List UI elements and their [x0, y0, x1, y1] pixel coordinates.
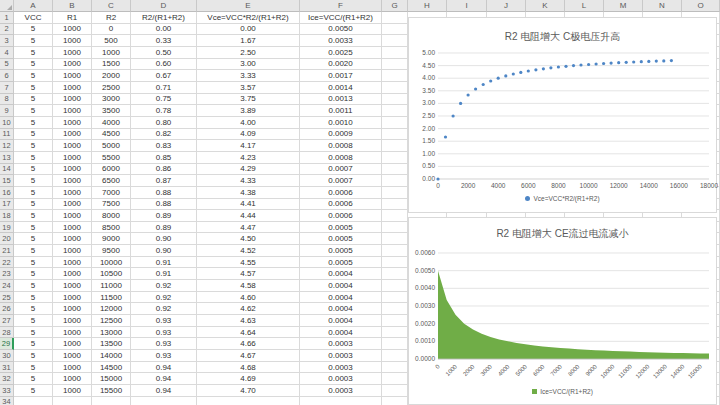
- cell-B28[interactable]: 1000: [53, 327, 92, 339]
- cell-B14[interactable]: 1000: [53, 164, 92, 176]
- cell-B16[interactable]: 1000: [53, 187, 92, 199]
- cell-C6[interactable]: 2000: [92, 70, 131, 82]
- cell-G9[interactable]: [382, 105, 408, 117]
- cell-C16[interactable]: 7000: [92, 187, 131, 199]
- cell-E28[interactable]: 4.64: [197, 327, 300, 339]
- cell-D21[interactable]: 0.90: [131, 245, 197, 257]
- cell-E20[interactable]: 4.50: [197, 233, 300, 245]
- area-series[interactable]: [438, 271, 709, 359]
- row-header-20[interactable]: 20: [0, 233, 14, 245]
- cell-D29[interactable]: 0.93: [131, 338, 197, 350]
- scatter-point[interactable]: [497, 77, 500, 80]
- row-header-31[interactable]: 31: [0, 362, 14, 374]
- cell-A6[interactable]: 5: [14, 70, 53, 82]
- cell-E11[interactable]: 4.09: [197, 129, 300, 141]
- cell-A23[interactable]: 5: [14, 268, 53, 280]
- cell-F19[interactable]: 0.0005: [300, 222, 382, 234]
- cell-A12[interactable]: 5: [14, 140, 53, 152]
- cell-F17[interactable]: 0.0006: [300, 199, 382, 211]
- row-header-26[interactable]: 26: [0, 303, 14, 315]
- cell-B3[interactable]: 1000: [53, 35, 92, 47]
- cell-F7[interactable]: 0.0014: [300, 82, 382, 94]
- row-header-28[interactable]: 28: [0, 327, 14, 339]
- row-header-13[interactable]: 13: [0, 152, 14, 164]
- cell-G27[interactable]: [382, 315, 408, 327]
- scatter-point[interactable]: [610, 62, 613, 65]
- scatter-point[interactable]: [632, 60, 635, 63]
- cell-B31[interactable]: 1000: [53, 362, 92, 374]
- cell-A19[interactable]: 5: [14, 222, 53, 234]
- cell-E9[interactable]: 3.89: [197, 105, 300, 117]
- column-header-E[interactable]: E: [197, 0, 300, 12]
- cell-B10[interactable]: 1000: [53, 117, 92, 129]
- cell-G11[interactable]: [382, 129, 408, 141]
- cell-B23[interactable]: 1000: [53, 268, 92, 280]
- cell-B25[interactable]: 1000: [53, 292, 92, 304]
- cell-F6[interactable]: 0.0017: [300, 70, 382, 82]
- cell-E18[interactable]: 4.44: [197, 210, 300, 222]
- cell-D10[interactable]: 0.80: [131, 117, 197, 129]
- cell-A10[interactable]: 5: [14, 117, 53, 129]
- cell-B21[interactable]: 1000: [53, 245, 92, 257]
- cell-F20[interactable]: 0.0005: [300, 233, 382, 245]
- cell-F25[interactable]: 0.0004: [300, 292, 382, 304]
- ice-area-chart[interactable]: R2 电阻增大 CE流过电流减小 0.00600.00500.00400.003…: [408, 217, 717, 405]
- scatter-point[interactable]: [474, 87, 477, 90]
- cell-A25[interactable]: 5: [14, 292, 53, 304]
- cell-C25[interactable]: 11500: [92, 292, 131, 304]
- cell-C3[interactable]: 500: [92, 35, 131, 47]
- cell-A32[interactable]: 5: [14, 373, 53, 385]
- cell-G19[interactable]: [382, 222, 408, 234]
- column-header-H[interactable]: H: [408, 0, 447, 12]
- cell-B9[interactable]: 1000: [53, 105, 92, 117]
- cell-C27[interactable]: 12500: [92, 315, 131, 327]
- scatter-point[interactable]: [436, 177, 439, 180]
- cell-C14[interactable]: 6000: [92, 164, 131, 176]
- cell-D1[interactable]: R2/(R1+R2): [131, 12, 197, 24]
- cell-F28[interactable]: 0.0004: [300, 327, 382, 339]
- cell-D5[interactable]: 0.60: [131, 59, 197, 71]
- cell-D14[interactable]: 0.86: [131, 164, 197, 176]
- cell-B15[interactable]: 1000: [53, 175, 92, 187]
- scatter-point[interactable]: [572, 64, 575, 67]
- cell-E33[interactable]: 4.70: [197, 385, 300, 397]
- cell-C2[interactable]: 0: [92, 24, 131, 36]
- cell-B32[interactable]: 1000: [53, 373, 92, 385]
- row-header-18[interactable]: 18: [0, 210, 14, 222]
- cell-C20[interactable]: 9000: [92, 233, 131, 245]
- cell-F15[interactable]: 0.0007: [300, 175, 382, 187]
- row-header-24[interactable]: 24: [0, 280, 14, 292]
- column-header-M[interactable]: M: [604, 0, 643, 12]
- cell-D3[interactable]: 0.33: [131, 35, 197, 47]
- cell-E27[interactable]: 4.63: [197, 315, 300, 327]
- scatter-point[interactable]: [444, 135, 447, 138]
- cell-F22[interactable]: 0.0005: [300, 257, 382, 269]
- cell-E22[interactable]: 4.55: [197, 257, 300, 269]
- cell-C23[interactable]: 10500: [92, 268, 131, 280]
- cell-F34[interactable]: [300, 397, 382, 405]
- cell-B34[interactable]: [53, 397, 92, 405]
- cell-E19[interactable]: 4.47: [197, 222, 300, 234]
- cell-D22[interactable]: 0.91: [131, 257, 197, 269]
- cell-D24[interactable]: 0.92: [131, 280, 197, 292]
- scatter-point[interactable]: [640, 60, 643, 63]
- cell-A4[interactable]: 5: [14, 47, 53, 59]
- cell-F12[interactable]: 0.0008: [300, 140, 382, 152]
- cell-F33[interactable]: 0.0003: [300, 385, 382, 397]
- cell-D34[interactable]: [131, 397, 197, 405]
- cell-E21[interactable]: 4.52: [197, 245, 300, 257]
- cell-G18[interactable]: [382, 210, 408, 222]
- scatter-point[interactable]: [452, 114, 455, 117]
- row-header-22[interactable]: 22: [0, 257, 14, 269]
- cell-F3[interactable]: 0.0033: [300, 35, 382, 47]
- scatter-point[interactable]: [625, 61, 628, 64]
- cell-E16[interactable]: 4.38: [197, 187, 300, 199]
- cell-B12[interactable]: 1000: [53, 140, 92, 152]
- cell-D15[interactable]: 0.87: [131, 175, 197, 187]
- cell-D19[interactable]: 0.89: [131, 222, 197, 234]
- cell-F32[interactable]: 0.0003: [300, 373, 382, 385]
- cell-E1[interactable]: Vce=VCC*R2/(R1+R2): [197, 12, 300, 24]
- cell-C18[interactable]: 8000: [92, 210, 131, 222]
- cell-C33[interactable]: 15500: [92, 385, 131, 397]
- row-header-33[interactable]: 33: [0, 385, 14, 397]
